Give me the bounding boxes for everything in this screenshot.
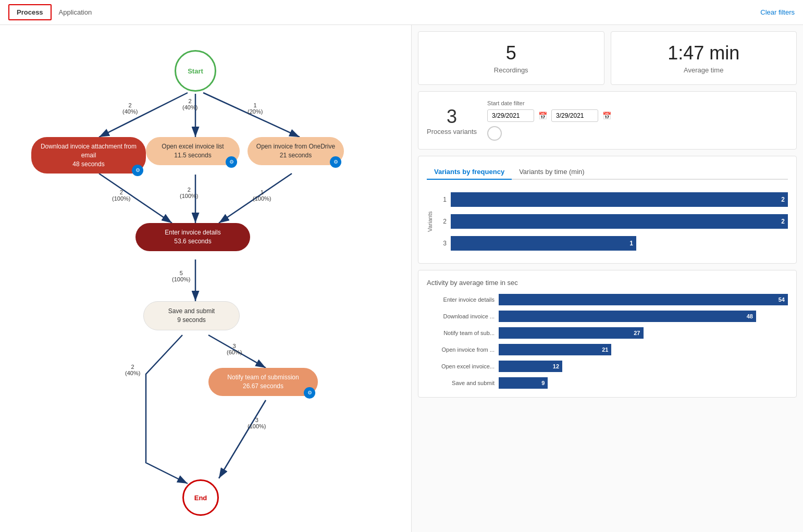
pv-value: 3 [427, 106, 477, 128]
bar-fill-3: 1 [451, 236, 636, 251]
bar-val-1: 2 [781, 196, 785, 203]
chart-tabs: Variants by frequency Variants by time (… [427, 165, 788, 180]
node-icon-onedrive: ⚙ [330, 156, 341, 168]
date-inputs: 📅 📅 [487, 109, 788, 122]
node-onedrive[interactable]: Open invoice from OneDrive21 seconds ⚙ [248, 137, 344, 165]
activity-val-1: 48 [747, 313, 753, 319]
node-icon-excel: ⚙ [226, 156, 237, 168]
activity-bar-wrap-5: 9 [499, 377, 788, 389]
activity-bar-wrap-4: 12 [499, 361, 788, 372]
bar-wrapper-1: 2 [451, 192, 788, 207]
recordings-value: 5 [429, 42, 594, 64]
svg-line-4 [99, 174, 172, 223]
node-save[interactable]: Save and submit9 seconds [143, 301, 240, 330]
recordings-label: Recordings [429, 66, 594, 74]
edge-label-save-end: 2(40%) [125, 364, 140, 376]
edge-label-download-enter: 2(100%) [112, 189, 130, 202]
avg-time-value: 1:47 min [622, 42, 786, 64]
activity-val-2: 27 [634, 330, 640, 336]
refresh-button[interactable] [487, 126, 502, 141]
bar-wrapper-2: 2 [451, 214, 788, 229]
avg-time-card: 1:47 min Average time [611, 31, 797, 85]
bar-label-3: 3 [436, 240, 447, 247]
edge-label-notify-end: 3(100%) [248, 417, 266, 429]
activity-name-0: Enter invoice details [427, 296, 495, 303]
activity-bar-wrap-2: 27 [499, 327, 788, 339]
activity-bar-wrap-3: 21 [499, 344, 788, 355]
process-panel: Start 2(40%) 2(40%) 1(20%) Download invo… [0, 25, 412, 532]
bar-row-3: 3 1 [436, 236, 788, 251]
bar-label-2: 2 [436, 218, 447, 225]
activity-chart-title: Activity by average time in sec [427, 279, 788, 287]
activity-row-0: Enter invoice details 54 [427, 294, 788, 305]
activity-rows: Enter invoice details 54 Download invoic… [427, 294, 788, 389]
main-layout: Start 2(40%) 2(40%) 1(20%) Download invo… [0, 25, 803, 532]
bar-row-1: 1 2 [436, 192, 788, 207]
bar-label-1: 1 [436, 196, 447, 203]
node-icon-notify: ⚙ [304, 387, 315, 399]
activity-val-3: 21 [602, 347, 608, 353]
node-enter[interactable]: Enter invoice details53.6 seconds [135, 223, 250, 251]
tab-process[interactable]: Process [8, 4, 52, 20]
pv-left: 3 Process variants [427, 106, 477, 135]
activity-bar-wrap-0: 54 [499, 294, 788, 305]
activity-bar-5: 9 [499, 377, 548, 389]
activity-name-5: Save and submit [427, 380, 495, 386]
bar-val-3: 1 [629, 240, 633, 247]
svg-line-1 [99, 93, 188, 137]
activity-row-5: Save and submit 9 [427, 377, 788, 389]
clear-filters-button[interactable]: Clear filters [760, 8, 795, 16]
node-start[interactable]: Start [175, 50, 216, 92]
tab-variants-frequency[interactable]: Variants by frequency [427, 165, 512, 180]
activity-val-0: 54 [779, 296, 785, 303]
tab-variants-time[interactable]: Variants by time (min) [512, 165, 591, 180]
activity-bar-3: 21 [499, 344, 611, 355]
activity-bar-4: 12 [499, 361, 562, 372]
calendar-from-icon[interactable]: 📅 [538, 112, 547, 120]
activity-row-3: Open invoice from ... 21 [427, 344, 788, 355]
activity-bar-1: 48 [499, 311, 756, 322]
activity-name-2: Notify team of sub... [427, 330, 495, 336]
top-nav: Process Application Clear filters [0, 0, 803, 25]
bar-row-2: 2 2 [436, 214, 788, 229]
activity-chart-card: Activity by average time in sec Enter in… [418, 270, 797, 398]
activity-bar-wrap-1: 48 [499, 311, 788, 322]
edge-label-save-notify: 3(60%) [227, 343, 242, 355]
edge-label-s-onedrive: 1(20%) [248, 102, 263, 115]
activity-val-5: 9 [541, 380, 545, 386]
bar-fill-2: 2 [451, 214, 788, 229]
svg-line-3 [203, 93, 300, 137]
bar-val-2: 2 [781, 218, 785, 225]
node-download[interactable]: Download invoice attachment from email48… [31, 137, 146, 174]
bar-wrapper-3: 1 [451, 236, 788, 251]
right-panel: 5 Recordings 1:47 min Average time 3 Pro… [412, 25, 803, 532]
activity-name-3: Open invoice from ... [427, 347, 495, 353]
activity-name-1: Download invoice ... [427, 313, 495, 319]
date-to-input[interactable] [551, 109, 598, 122]
date-from-input[interactable] [487, 109, 534, 122]
node-notify[interactable]: Notify team of submission26.67 seconds ⚙ [208, 368, 318, 396]
y-axis-label: Variants [427, 188, 433, 255]
pv-right: Start date filter 📅 📅 [487, 100, 788, 141]
stat-row: 5 Recordings 1:47 min Average time [418, 31, 797, 85]
activity-name-4: Open excel invoice... [427, 363, 495, 369]
activity-row-2: Notify team of sub... 27 [427, 327, 788, 339]
edge-label-excel-enter: 2(100%) [180, 187, 198, 199]
edge-label-enter-save: 5(100%) [172, 270, 190, 282]
avg-time-label: Average time [622, 66, 786, 74]
activity-row-4: Open excel invoice... 12 [427, 361, 788, 372]
activity-bar-2: 27 [499, 327, 644, 339]
edge-label-s-download: 2(40%) [122, 102, 138, 115]
activity-row-1: Download invoice ... 48 [427, 311, 788, 322]
activity-val-4: 12 [553, 363, 559, 369]
tab-application[interactable]: Application [52, 5, 100, 19]
date-filter-label: Start date filter [487, 100, 788, 106]
bar-fill-1: 2 [451, 192, 788, 207]
node-end[interactable]: End [182, 479, 219, 516]
pv-label: Process variants [427, 128, 477, 135]
edge-label-onedrive-enter: 1(100%) [253, 189, 271, 202]
calendar-to-icon[interactable]: 📅 [602, 112, 611, 120]
variants-chart-card: Variants by frequency Variants by time (… [418, 156, 797, 264]
node-excel[interactable]: Open excel invoice list11.5 seconds ⚙ [146, 137, 240, 165]
node-icon-download: ⚙ [132, 165, 143, 176]
